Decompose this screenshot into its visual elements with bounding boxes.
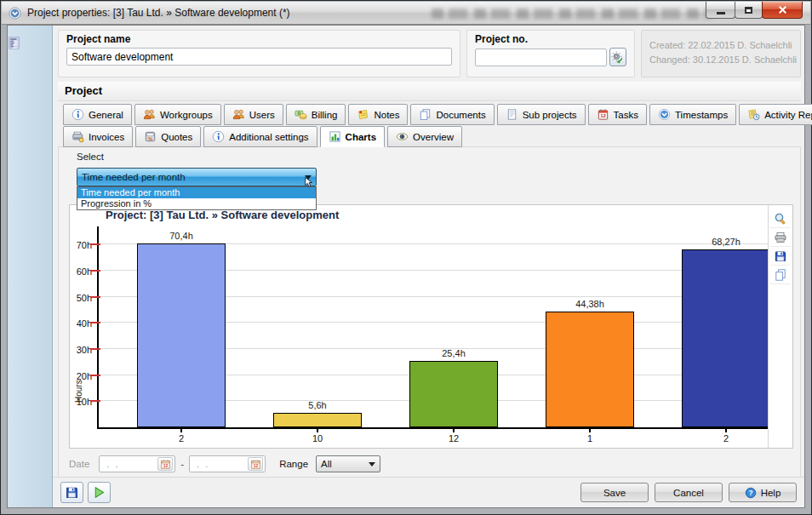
svg-text:12: 12 xyxy=(600,113,606,118)
chevron-down-icon xyxy=(369,462,375,470)
tab-label: Activity Report xyxy=(764,110,812,120)
tab-label: Additional settings xyxy=(229,132,308,142)
mouse-cursor xyxy=(302,176,315,189)
tab-additional-settings[interactable]: Additional settings xyxy=(203,126,317,147)
gear-sync-icon xyxy=(611,51,624,64)
calendar-icon: 12 xyxy=(160,459,171,470)
tab-users[interactable]: Users xyxy=(224,104,283,125)
chart-panel: Project: [3] Tau Ltd. » Software develop… xyxy=(69,204,793,449)
tab-label: Timestamps xyxy=(675,110,728,120)
tab-overview[interactable]: Overview xyxy=(387,126,462,147)
info-icon xyxy=(212,130,225,143)
date-to-picker-button[interactable]: 12 xyxy=(248,457,263,471)
bar-month-12 xyxy=(409,361,498,427)
zoom-chart-button[interactable] xyxy=(770,209,791,228)
overview-icon xyxy=(396,130,409,143)
tab-notes[interactable]: Notes xyxy=(348,104,408,125)
tab-timestamps[interactable]: Timestamps xyxy=(649,104,736,125)
tab-label: Quotes xyxy=(161,132,192,142)
tab-general[interactable]: General xyxy=(63,104,132,125)
tab-label: Overview xyxy=(413,132,454,142)
tab-invoices[interactable]: Invoices xyxy=(63,126,133,147)
subprojects-icon xyxy=(506,108,518,121)
printer-icon xyxy=(774,231,787,244)
tab-workgroups[interactable]: Workgroups xyxy=(134,104,221,125)
bar-value-label: 44,38h xyxy=(575,299,604,309)
y-tick-mark xyxy=(90,270,100,272)
close-button[interactable] xyxy=(762,2,803,19)
tab-billing[interactable]: Billing xyxy=(286,104,346,125)
y-tick-label: 60h xyxy=(64,266,92,277)
run-button[interactable] xyxy=(88,482,111,503)
save-chart-button[interactable] xyxy=(770,247,791,266)
save-button[interactable]: Save xyxy=(580,483,649,502)
cancel-button[interactable]: Cancel xyxy=(655,483,723,502)
project-no-input[interactable] xyxy=(475,49,607,66)
y-tick-mark xyxy=(90,296,100,298)
tab-quotes[interactable]: %Quotes xyxy=(135,126,201,147)
date-from-input[interactable]: . . 12 xyxy=(99,455,175,472)
floppy-icon xyxy=(774,249,787,263)
quotes-icon: % xyxy=(144,130,157,143)
dropdown-option[interactable]: Progression in % xyxy=(77,198,316,209)
date-from-picker-button[interactable]: 12 xyxy=(157,457,173,471)
svg-text:12: 12 xyxy=(253,462,258,467)
tab-sub-projects[interactable]: Sub projects xyxy=(497,104,586,125)
titlebar[interactable]: Project properties: [3] Tau Ltd. » Softw… xyxy=(2,2,810,25)
quick-save-button[interactable] xyxy=(60,482,83,503)
charts-tab-content: Select Time needed per month Time needed… xyxy=(58,146,801,478)
dropdown-option[interactable]: Time needed per month xyxy=(77,187,316,198)
tab-tasks[interactable]: 12Tasks xyxy=(588,104,647,125)
floppy-icon xyxy=(65,485,79,500)
svg-text:?: ? xyxy=(748,489,752,497)
x-tick-mark xyxy=(725,429,727,432)
bar-chart-plot: 10h20h30h40h50h60h70h70,4h25,6h1025,4h12… xyxy=(97,226,771,429)
y-tick-mark xyxy=(90,243,100,245)
x-tick-label: 2 xyxy=(179,433,184,443)
chart-toolbar xyxy=(768,205,792,448)
x-tick-mark xyxy=(317,429,318,432)
tab-label: Sub projects xyxy=(523,110,577,120)
tab-label: Charts xyxy=(346,132,376,142)
bar-value-label: 68,27h xyxy=(712,237,741,247)
range-selected-value: All xyxy=(321,459,332,469)
x-tick-label: 2 xyxy=(723,433,729,443)
tasks-icon: 12 xyxy=(597,108,609,121)
y-tick-label: 50h xyxy=(64,293,92,303)
content: Project name Project no. Created: 22.02.… xyxy=(53,26,804,507)
y-tick-mark xyxy=(90,348,100,350)
date-to-input[interactable]: . . 12 xyxy=(189,455,266,472)
copy-icon xyxy=(774,268,787,282)
range-select[interactable]: All xyxy=(316,455,380,472)
tab-label: Tasks xyxy=(614,110,638,120)
y-tick-label: 30h xyxy=(64,345,92,355)
tab-documents[interactable]: Documents xyxy=(410,104,494,125)
project-name-input[interactable] xyxy=(66,48,452,66)
tab-activity-report[interactable]: Activity Report xyxy=(739,104,812,125)
project-no-generate-button[interactable] xyxy=(609,48,626,66)
help-button[interactable]: ? Help xyxy=(729,483,797,502)
copy-chart-button[interactable] xyxy=(770,266,791,284)
chart-type-select[interactable]: Time needed per month xyxy=(77,168,317,186)
minimize-button[interactable] xyxy=(706,2,735,19)
tab-label: General xyxy=(89,110,123,120)
bar-value-label: 70,4h xyxy=(169,231,193,241)
tab-charts[interactable]: Charts xyxy=(320,126,385,147)
meta-box: Created: 22.02.2015 D. Schaelchli Change… xyxy=(641,30,801,77)
project-no-label: Project no. xyxy=(475,33,626,45)
section-title: Project xyxy=(58,82,801,101)
billing-icon xyxy=(294,108,307,121)
range-label: Range xyxy=(279,459,308,469)
timestamps-icon xyxy=(658,108,671,121)
chart-type-options-list: Time needed per monthProgression in % xyxy=(77,186,317,210)
print-chart-button[interactable] xyxy=(770,228,791,247)
calendar-icon: 12 xyxy=(250,459,261,470)
maximize-button[interactable] xyxy=(735,2,763,19)
header-row: Project name Project no. Created: 22.02.… xyxy=(58,30,801,77)
x-tick-label: 1 xyxy=(587,433,592,443)
tab-label: Workgroups xyxy=(160,110,213,120)
tab-label: Documents xyxy=(436,110,485,120)
y-tick-label: 70h xyxy=(64,240,92,250)
magnifier-icon xyxy=(774,212,787,226)
notes-icon xyxy=(357,108,369,121)
